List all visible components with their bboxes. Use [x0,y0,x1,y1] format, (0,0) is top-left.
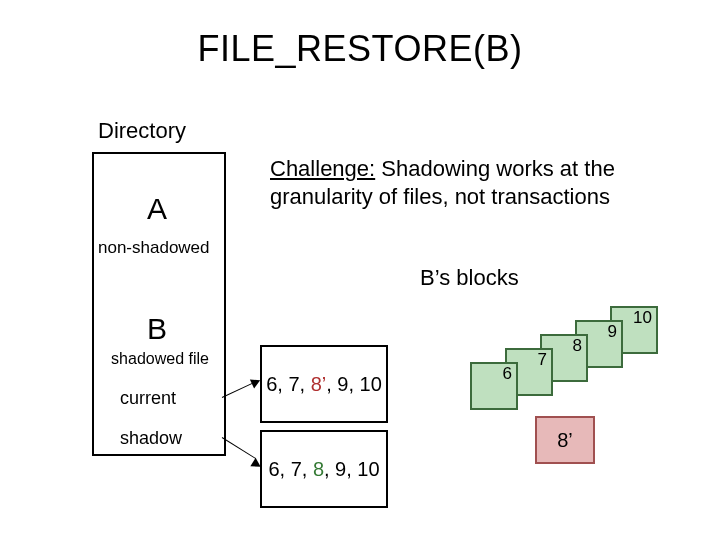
challenge-text: Challenge: Shadowing works at the granul… [270,155,680,210]
shadow-list-b: , 9, 10 [324,458,380,480]
file-b-current-label: current [120,388,176,409]
block-8-prime-num: 8’ [557,429,573,452]
challenge-lead: Challenge: [270,156,375,181]
shadow-list-orig: 8 [313,458,324,480]
page-title: FILE_RESTORE(B) [0,28,720,70]
file-a-state: non-shadowed [98,238,210,258]
directory-label: Directory [98,118,186,144]
current-list-prime: 8’ [311,373,327,395]
file-a-name: A [108,192,206,226]
block-9-num: 9 [608,322,617,342]
current-list-a: 6, 7, [266,373,310,395]
block-6-num: 6 [503,364,512,384]
block-8-num: 8 [573,336,582,356]
slide-stage: FILE_RESTORE(B) Directory A non-shadowed… [0,0,720,540]
file-b-shadow-label: shadow [120,428,182,449]
block-10-num: 10 [633,308,652,328]
arrow-current-line [222,383,253,398]
block-6: 6 [470,362,518,410]
blocks-heading: B’s blocks [420,265,519,291]
current-list-b: , 9, 10 [326,373,382,395]
block-7-num: 7 [538,350,547,370]
shadow-list-a: 6, 7, [268,458,312,480]
current-block-list: 6, 7, 8’, 9, 10 [260,345,388,423]
arrow-shadow-line [222,437,256,459]
shadow-block-list: 6, 7, 8, 9, 10 [260,430,388,508]
file-b-state: shadowed file [106,350,214,368]
block-8-prime: 8’ [535,416,595,464]
file-b-name: B [108,312,206,346]
